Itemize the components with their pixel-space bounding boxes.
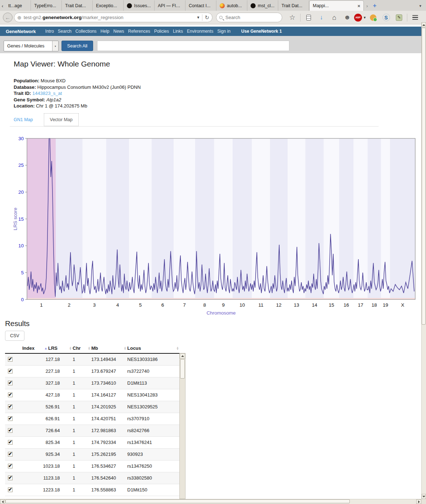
gn-nav-help[interactable]: Help — [101, 29, 110, 34]
row-checkbox[interactable] — [8, 416, 13, 421]
cell-mb: 174.164127 — [91, 389, 127, 401]
tab-scroll-right-icon[interactable]: › — [364, 1, 370, 11]
bookmark-star-icon[interactable]: ☆ — [286, 13, 299, 23]
column-header-index[interactable]: Index▲ — [22, 343, 48, 353]
browser-tab-5[interactable]: API — Fla... — [155, 0, 185, 11]
row-checkbox[interactable] — [8, 440, 13, 445]
select-caret-icon[interactable]: ▾ — [52, 41, 58, 51]
gn-nav-policies[interactable]: Policies — [154, 29, 169, 34]
use-gn1-link[interactable]: Use GeneNetwork 1 — [241, 29, 282, 34]
column-header-lrs[interactable]: LRS▲▼ — [48, 343, 73, 353]
feedback-icon[interactable]: ☻ — [341, 13, 354, 23]
tab-gn1-map[interactable]: GN1 Map — [14, 117, 33, 122]
page-vertical-scrollbar[interactable] — [421, 22, 426, 499]
column-header-chr[interactable]: Chr▲▼ — [73, 343, 91, 353]
browser-tab-1[interactable]: TypeErro... — [31, 0, 62, 11]
tab-close-icon[interactable]: × — [357, 3, 360, 9]
vertical-scrollbar-thumb[interactable] — [422, 28, 426, 325]
browser-tab-4[interactable]: Issues... — [124, 0, 155, 11]
horizontal-scrollbar-thumb[interactable] — [5, 499, 350, 503]
gn-search-input[interactable] — [97, 41, 289, 51]
browser-tab-8[interactable]: mst_cl... — [247, 0, 278, 11]
row-checkbox[interactable] — [8, 381, 13, 385]
browser-tab-7[interactable]: autob... — [216, 0, 247, 11]
browser-tab-9[interactable]: Trait Dat... — [278, 0, 309, 11]
row-checkbox[interactable] — [8, 369, 13, 374]
browser-search-box[interactable] — [216, 13, 282, 22]
trait-id-link[interactable]: 1443823_s_at — [32, 91, 62, 96]
back-button[interactable]: ← — [3, 13, 13, 22]
gn-brand-link[interactable]: GeneNetwork — [6, 29, 36, 34]
page-horizontal-scrollbar[interactable] — [0, 499, 421, 504]
cell-mb: 174.792334 — [91, 436, 127, 448]
browser-tab-3[interactable]: Exceptio... — [93, 0, 124, 11]
new-tab-button[interactable]: + — [370, 1, 379, 11]
scroll-right-icon[interactable] — [416, 499, 421, 504]
column-header-locus[interactable]: Locus▲▼ — [127, 343, 180, 353]
row-checkbox[interactable] — [8, 357, 13, 362]
scroll-down-icon[interactable] — [422, 494, 426, 499]
chromosome-band-12 — [270, 138, 288, 299]
gn-navbar: GeneNetwork IntroSearchCollectionsHelpNe… — [0, 27, 426, 36]
downloads-icon[interactable]: ↓ — [315, 13, 328, 23]
table-row: 427.181174.164127NES13041283 — [5, 389, 180, 401]
scrollbar-corner — [421, 499, 426, 504]
browser-tab-10[interactable]: Mappi...× — [309, 0, 364, 11]
row-checkbox[interactable] — [8, 476, 13, 480]
menu-hamburger-icon[interactable] — [409, 13, 422, 23]
browser-tab-0[interactable]: tt...age — [5, 0, 31, 11]
skype-extension-icon[interactable]: S — [380, 13, 393, 23]
browser-tab-6[interactable]: Contact I... — [185, 0, 216, 11]
gn-nav-search[interactable]: Search — [58, 29, 72, 34]
tab-vector-map[interactable]: Vector Map — [44, 113, 79, 126]
reload-icon[interactable]: ↻ — [205, 14, 209, 21]
table-scrollbar[interactable] — [179, 353, 185, 499]
browser-search-input[interactable] — [225, 14, 279, 20]
cell-idx: 6 — [22, 413, 48, 425]
x-tick-label: 13 — [294, 302, 299, 308]
scroll-left-icon[interactable] — [0, 499, 5, 504]
list-all-tabs-icon[interactable]: ▾ — [417, 1, 424, 11]
search-all-button[interactable]: Search All — [61, 41, 93, 51]
scroll-up-icon[interactable] — [422, 22, 426, 27]
gn-nav-references[interactable]: References — [128, 29, 150, 34]
cell-loc: NES13033186 — [127, 353, 180, 365]
meta-label: Database: — [14, 84, 37, 90]
gn-nav-collections[interactable]: Collections — [75, 29, 97, 34]
tab-label: tt...age — [8, 3, 22, 8]
cell-chr: 1 — [73, 484, 91, 496]
cell-loc: NES13029525 — [127, 401, 180, 413]
url-bar[interactable]: ⊕ test-gn2.genenetwork.org/marker_regres… — [14, 13, 212, 22]
gn-nav-environments[interactable]: Environments — [187, 29, 213, 34]
table-scroll-up-icon[interactable] — [180, 353, 185, 359]
table-scrollbar-thumb[interactable] — [180, 359, 185, 379]
notes-extension-icon[interactable]: ✎ — [393, 13, 406, 23]
gn-nav-news[interactable]: News — [113, 29, 124, 34]
site-identity-icon[interactable]: ⊕ — [17, 15, 22, 20]
cookie-extension-icon[interactable] — [367, 13, 380, 23]
gn-nav-sign-in[interactable]: Sign in — [217, 29, 230, 34]
row-checkbox[interactable] — [8, 487, 13, 492]
url-dropdown-icon[interactable]: ▼ — [197, 15, 200, 19]
x-tick-label: 2 — [68, 302, 71, 308]
checkbox-column-header — [5, 343, 22, 353]
gn-nav-intro[interactable]: Intro — [45, 29, 54, 34]
bookmarks-menu-icon[interactable] — [302, 13, 315, 23]
row-checkbox[interactable] — [8, 464, 13, 468]
gn-nav-links[interactable]: Links — [173, 29, 183, 34]
csv-button[interactable]: CSV — [5, 331, 24, 341]
row-checkbox[interactable] — [8, 428, 13, 433]
table-row: 626.911174.420751rs3707910 — [5, 413, 180, 425]
column-header-mb[interactable]: Mb▲▼ — [91, 343, 127, 353]
tab-scroll-left-icon[interactable]: ‹ — [0, 1, 5, 11]
search-category-select[interactable]: Genes / Molecules ▾ — [4, 41, 59, 51]
row-checkbox[interactable] — [8, 404, 13, 409]
y-tick-label: 0 — [21, 297, 24, 302]
x-tick-label: 9 — [222, 302, 225, 308]
x-tick-label: 3 — [93, 302, 96, 308]
row-checkbox[interactable] — [8, 393, 13, 397]
row-checkbox[interactable] — [8, 452, 13, 457]
browser-tab-2[interactable]: Trait Dat... — [62, 0, 93, 11]
home-icon[interactable]: ⌂ — [328, 13, 341, 23]
adblock-icon[interactable]: ABP▼ — [354, 13, 367, 23]
